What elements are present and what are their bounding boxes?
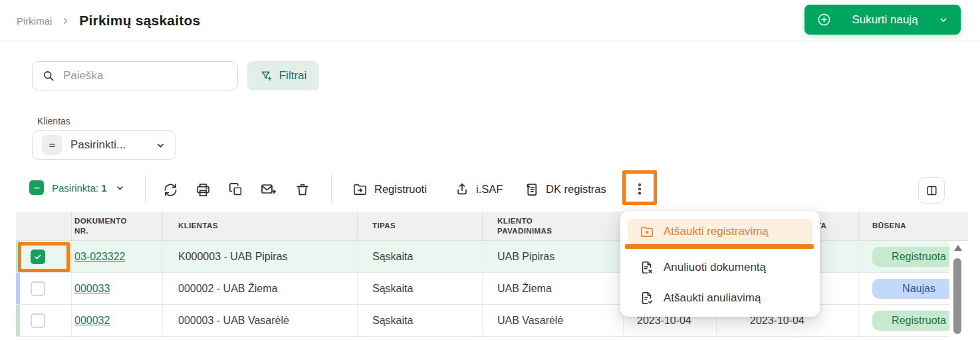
table-row[interactable]: 03-023322 K000003 - UAB Pipiras Sąskaita… — [16, 241, 968, 273]
header-status[interactable]: BŪSENA — [859, 212, 968, 240]
menu-item-label: Atšaukti anuliavimą — [664, 291, 761, 305]
partial-next-row — [16, 337, 968, 340]
menu-item-cancel-registration[interactable]: Atšaukti registravimą — [628, 219, 812, 244]
file-restore-icon — [640, 291, 654, 305]
page-title: Pirkimų sąskaitos — [79, 13, 200, 29]
trash-icon — [295, 182, 310, 197]
filter-funnel-icon — [260, 69, 273, 83]
copy-icon — [229, 182, 243, 197]
client-select[interactable]: Pasirinkti... — [32, 130, 176, 160]
toolbar-divider — [331, 174, 332, 204]
more-actions-menu: Atšaukti registravimą Anuliuoti dokument… — [620, 211, 820, 317]
checkbox-indeterminate-icon[interactable] — [29, 180, 44, 195]
menu-item-cancel-annulment[interactable]: Atšaukti anuliavimą — [628, 285, 812, 311]
client-name-cell: UAB Pipiras — [483, 241, 624, 272]
menu-item-label: Atšaukti registravimą — [664, 225, 769, 238]
type-cell: Sąskaita — [358, 273, 483, 304]
send-email-button[interactable] — [260, 181, 277, 198]
document-nr-cell: 03-023322 — [72, 241, 163, 272]
table-row[interactable]: 000032 000003 - UAB Vasarėlė Sąskaita UA… — [16, 305, 968, 337]
search-input[interactable] — [63, 69, 228, 83]
folder-cancel-icon — [640, 224, 654, 239]
document-nr-cell: 000033 — [72, 273, 163, 304]
selected-count-label: Pasirinkta: 1 — [52, 182, 107, 194]
mail-send-icon — [261, 182, 277, 198]
client-filter-label: Klientas — [37, 116, 70, 126]
type-cell: Sąskaita — [358, 305, 483, 336]
chevron-down-icon — [155, 140, 166, 151]
header-client[interactable]: KLIENTAS — [163, 212, 358, 240]
row-checkbox-unchecked[interactable] — [31, 281, 45, 296]
document-link[interactable]: 03-023322 — [74, 251, 126, 263]
document-link[interactable]: 000033 — [74, 283, 110, 295]
equals-operator-icon — [42, 135, 62, 155]
client-select-value: Pasirinkti... — [70, 138, 146, 152]
document-link[interactable]: 000032 — [74, 315, 110, 327]
dk-register-label: DK registras — [546, 183, 606, 196]
upload-icon — [455, 182, 469, 196]
dk-register-button[interactable]: DK registras — [524, 180, 606, 198]
document-nr-cell: 000032 — [72, 305, 163, 336]
client-cell: 000002 - UAB Žiema — [163, 273, 358, 304]
row-checkbox-cell — [20, 273, 72, 304]
delete-button[interactable] — [294, 181, 311, 198]
columns-icon — [925, 184, 938, 197]
header-client-name[interactable]: KLIENTO PAVADINIMAS — [483, 212, 624, 240]
register-label: Registruoti — [374, 183, 427, 196]
purchase-invoices-page: Pirkimai Pirkimų sąskaitos Sukurti naują… — [0, 0, 980, 340]
type-cell: Sąskaita — [358, 241, 483, 272]
row-checkbox-checked[interactable] — [31, 250, 45, 264]
plus-circle-icon — [816, 12, 832, 27]
filters-label: Filtrai — [279, 69, 307, 83]
menu-item-label: Anuliuoti dokumentą — [664, 261, 766, 274]
search-box — [32, 61, 238, 90]
scrollbar-thumb[interactable] — [953, 258, 961, 334]
header-divider — [0, 41, 980, 41]
isaf-export-button[interactable]: i.SAF — [455, 180, 503, 198]
selection-dropdown[interactable]: Pasirinkta: 1 — [29, 180, 125, 195]
client-name-cell: UAB Žiema — [483, 273, 624, 304]
breadcrumb: Pirkimai Pirkimų sąskaitos — [17, 0, 200, 41]
create-new-button[interactable]: Sukurti naują — [804, 5, 961, 35]
folder-register-icon — [352, 182, 368, 197]
row-checkbox-unchecked[interactable] — [31, 313, 45, 328]
table-row[interactable]: 000033 000002 - UAB Žiema Sąskaita UAB Ž… — [16, 273, 968, 305]
refresh-icon — [163, 182, 178, 198]
printer-icon — [195, 182, 211, 198]
client-cell: K000003 - UAB Pipiras — [163, 241, 358, 272]
kebab-menu-icon — [632, 182, 647, 196]
chevron-right-icon — [61, 16, 70, 26]
copy-button[interactable] — [227, 181, 245, 198]
chevron-down-icon — [115, 183, 125, 193]
scroll-up-arrow[interactable] — [954, 245, 962, 251]
column-settings-button[interactable] — [918, 177, 945, 204]
client-cell: 000003 - UAB Vasarėlė — [163, 305, 358, 336]
filters-button[interactable]: Filtrai — [247, 61, 319, 90]
ledger-scroll-icon — [524, 182, 539, 197]
header-type[interactable]: TIPAS — [358, 212, 483, 240]
row-checkbox-cell — [20, 241, 72, 272]
print-button[interactable] — [194, 181, 211, 198]
register-button[interactable]: Registruoti — [352, 180, 427, 198]
more-actions-button[interactable] — [630, 180, 649, 198]
refresh-button[interactable] — [162, 181, 179, 198]
file-cancel-icon — [640, 260, 654, 275]
isaf-label: i.SAF — [476, 183, 503, 196]
row-checkbox-cell — [20, 305, 72, 336]
menu-item-annul-document[interactable]: Anuliuoti dokumentą — [628, 255, 812, 280]
create-new-label: Sukurti naują — [832, 13, 938, 27]
chevron-down-icon — [938, 15, 949, 25]
search-icon — [42, 69, 55, 83]
client-name-cell: UAB Vasarėlė — [483, 305, 624, 336]
table-header-row: DOKUMENTO NR. KLIENTAS TIPAS KLIENTO PAV… — [16, 212, 968, 241]
header-document-nr[interactable]: DOKUMENTO NR. — [72, 212, 163, 240]
header-checkbox-cell — [16, 212, 72, 240]
breadcrumb-parent-link[interactable]: Pirkimai — [17, 15, 52, 27]
toolbar-divider — [145, 174, 146, 204]
